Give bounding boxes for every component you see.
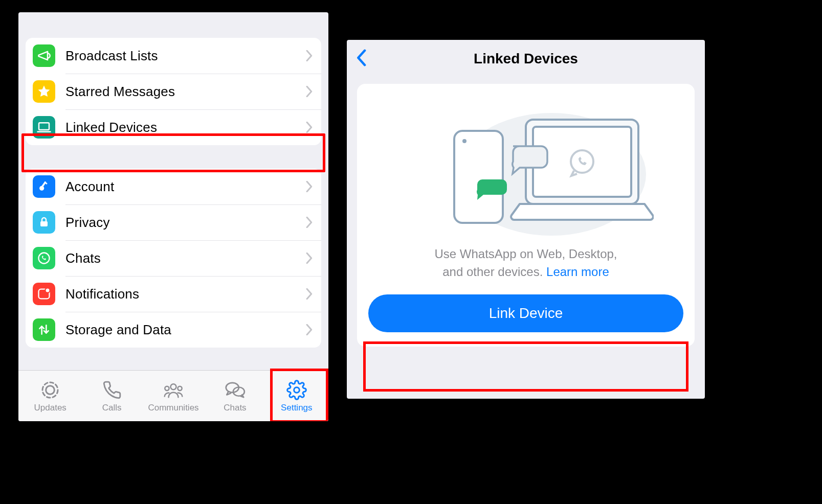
svg-point-11	[165, 386, 169, 390]
phone-icon	[102, 379, 122, 401]
tab-calls[interactable]: Calls	[81, 379, 142, 413]
notification-badge-icon	[33, 283, 55, 305]
svg-point-15	[294, 387, 299, 393]
tab-updates[interactable]: Updates	[19, 379, 81, 413]
up-down-arrows-icon	[33, 318, 55, 341]
desc-line2: and other devices.	[442, 265, 546, 279]
linked-devices-screen: Linked Devices	[347, 40, 705, 399]
row-label: Account	[65, 179, 306, 195]
tab-settings[interactable]: Settings	[266, 379, 327, 413]
row-label: Chats	[65, 250, 306, 266]
whatsapp-icon	[33, 247, 55, 269]
tab-label: Calls	[102, 403, 122, 413]
row-label: Storage and Data	[65, 322, 306, 338]
learn-more-link[interactable]: Learn more	[546, 265, 609, 279]
linked-devices-card: Use WhatsApp on Web, Desktop, and other …	[357, 84, 695, 347]
page-title: Linked Devices	[474, 51, 578, 67]
row-label: Linked Devices	[65, 120, 306, 135]
row-storage-data[interactable]: Storage and Data	[26, 312, 321, 348]
row-privacy[interactable]: Privacy	[26, 204, 321, 240]
lock-icon	[33, 211, 55, 234]
tab-label: Communities	[148, 403, 198, 413]
svg-rect-0	[39, 123, 49, 130]
link-device-button[interactable]: Link Device	[368, 294, 683, 332]
linked-devices-description: Use WhatsApp on Web, Desktop, and other …	[434, 245, 617, 281]
megaphone-icon	[33, 44, 55, 67]
key-icon	[33, 175, 55, 198]
settings-group-1: Broadcast Lists Starred Messages	[26, 38, 321, 145]
chevron-right-icon	[306, 324, 313, 335]
svg-rect-4	[40, 221, 48, 226]
svg-rect-2	[41, 181, 46, 188]
desc-line1: Use WhatsApp on Web, Desktop,	[434, 247, 617, 261]
people-group-icon	[162, 379, 185, 401]
tab-label: Updates	[34, 403, 66, 413]
row-starred-messages[interactable]: Starred Messages	[26, 74, 321, 109]
chevron-right-icon	[306, 253, 313, 264]
svg-point-12	[178, 386, 182, 390]
tab-bar: Updates Calls Communities	[18, 370, 328, 421]
row-label: Starred Messages	[65, 84, 306, 100]
svg-point-8	[42, 382, 58, 398]
row-chats[interactable]: Chats	[26, 240, 321, 276]
back-button[interactable]	[355, 49, 367, 68]
chevron-right-icon	[306, 181, 313, 192]
devices-illustration	[398, 95, 654, 238]
star-icon	[33, 80, 55, 103]
chevron-right-icon	[306, 122, 313, 133]
row-label: Broadcast Lists	[65, 48, 306, 64]
chevron-right-icon	[306, 86, 313, 97]
row-account[interactable]: Account	[26, 169, 321, 204]
svg-point-9	[46, 385, 55, 394]
gear-icon	[286, 379, 307, 401]
svg-rect-20	[454, 131, 503, 223]
chevron-right-icon	[306, 217, 313, 228]
highlight-link-device-button	[363, 341, 688, 392]
chevron-right-icon	[306, 288, 313, 300]
row-notifications[interactable]: Notifications	[26, 276, 321, 312]
tab-communities[interactable]: Communities	[143, 379, 204, 413]
chevron-right-icon	[306, 50, 313, 61]
svg-point-5	[39, 253, 50, 264]
status-ring-icon	[40, 379, 60, 401]
chat-bubbles-icon	[224, 379, 246, 401]
row-linked-devices[interactable]: Linked Devices	[26, 109, 321, 145]
row-label: Notifications	[65, 286, 306, 302]
svg-point-7	[45, 288, 50, 292]
tab-label: Chats	[224, 403, 246, 413]
settings-screen: Broadcast Lists Starred Messages	[18, 12, 328, 421]
tab-chats[interactable]: Chats	[204, 379, 265, 413]
laptop-icon	[33, 116, 55, 139]
settings-group-2: Account Privacy Chats	[26, 169, 321, 348]
svg-point-10	[171, 384, 176, 390]
svg-point-21	[462, 139, 466, 143]
nav-header: Linked Devices	[347, 40, 705, 78]
tab-label: Settings	[281, 403, 312, 413]
row-broadcast-lists[interactable]: Broadcast Lists	[26, 38, 321, 74]
row-label: Privacy	[65, 215, 306, 231]
